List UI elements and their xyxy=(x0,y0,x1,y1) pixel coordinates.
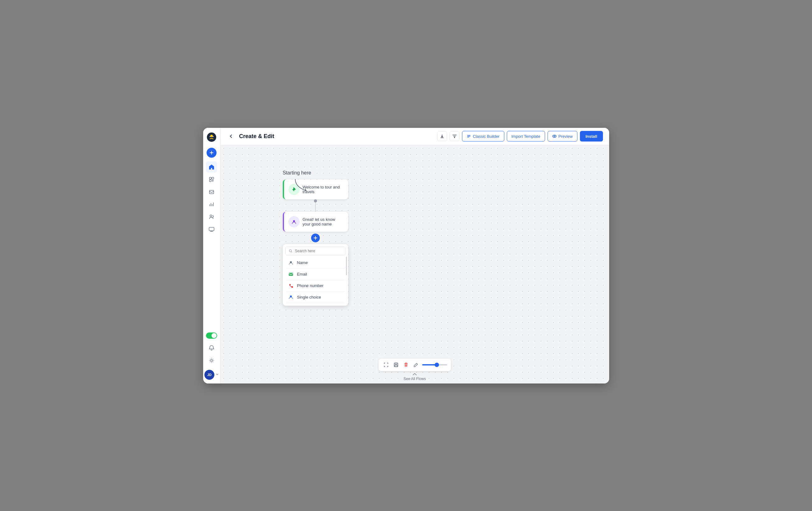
classic-builder-button[interactable]: Classic Builder xyxy=(462,131,504,142)
notification-icon[interactable] xyxy=(206,342,217,354)
svg-point-8 xyxy=(210,215,212,217)
node-type-dropdown: Name Email xyxy=(283,244,348,306)
sidebar-item-contacts[interactable] xyxy=(206,211,217,222)
bottom-toolbar xyxy=(379,359,451,371)
add-button[interactable] xyxy=(207,148,216,158)
svg-point-15 xyxy=(289,249,291,251)
arrow-curve xyxy=(292,178,311,193)
add-node-button[interactable] xyxy=(311,234,320,242)
flow-container: Starting here Welcome to tour and travel xyxy=(283,170,348,306)
svg-point-1 xyxy=(210,135,213,137)
logo xyxy=(206,131,217,143)
preview-button[interactable]: Preview xyxy=(548,131,577,142)
svg-point-16 xyxy=(290,261,292,263)
svg-point-13 xyxy=(554,136,555,137)
save-button[interactable] xyxy=(392,361,400,368)
menu-item-name-label: Name xyxy=(297,260,308,265)
import-template-button[interactable]: Import Template xyxy=(507,131,545,142)
back-button[interactable] xyxy=(227,132,235,141)
delete-button[interactable] xyxy=(402,361,410,368)
menu-item-name[interactable]: Name xyxy=(285,257,346,269)
name-icon xyxy=(288,260,294,266)
main-content: Create & Edit xyxy=(221,128,609,384)
user-menu[interactable]: JD xyxy=(204,368,219,380)
svg-point-11 xyxy=(454,137,455,138)
menu-item-phone-label: Phone number xyxy=(297,283,324,288)
node-name-icon xyxy=(288,216,299,227)
email-icon xyxy=(288,271,294,277)
svg-point-12 xyxy=(553,135,556,138)
page-title: Create & Edit xyxy=(239,133,433,140)
svg-rect-6 xyxy=(209,180,211,182)
header-actions: Classic Builder Import Template Preview … xyxy=(437,131,603,142)
svg-point-14 xyxy=(293,220,295,222)
starting-here-label: Starting here xyxy=(283,170,348,176)
sidebar-item-inbox[interactable] xyxy=(206,186,217,198)
svg-rect-7 xyxy=(209,190,214,194)
svg-point-3 xyxy=(212,136,214,137)
menu-item-email-label: Email xyxy=(297,272,308,276)
menu-item-single-choice[interactable]: Single choice xyxy=(285,292,346,303)
sidebar-item-flows[interactable] xyxy=(206,174,217,185)
filter-button[interactable] xyxy=(450,131,460,141)
fullscreen-button[interactable] xyxy=(382,361,390,368)
sidebar-item-analytics[interactable] xyxy=(206,199,217,210)
menu-item-single-choice-label: Single choice xyxy=(297,295,321,300)
svg-point-2 xyxy=(209,136,211,137)
search-box[interactable] xyxy=(285,247,346,256)
scroll-indicator xyxy=(346,257,347,275)
menu-item-email[interactable]: Email xyxy=(285,269,346,280)
svg-rect-9 xyxy=(209,227,214,231)
menu-item-phone[interactable]: Phone number xyxy=(285,280,346,292)
sidebar-item-desktop[interactable] xyxy=(206,223,217,235)
header: Create & Edit xyxy=(221,128,609,145)
see-all-flows[interactable]: See All Flows xyxy=(404,373,426,381)
canvas: Starting here Welcome to tour and travel xyxy=(221,145,609,384)
node-name-text: Great! let us know your good name xyxy=(303,217,344,227)
connector-line-1 xyxy=(315,203,316,212)
single-choice-icon xyxy=(288,294,294,300)
zoom-slider[interactable] xyxy=(422,364,447,365)
phone-icon xyxy=(288,283,294,289)
node-name[interactable]: Great! let us know your good name xyxy=(283,212,348,232)
edit-button[interactable] xyxy=(412,361,420,368)
sidebar-item-home[interactable] xyxy=(206,161,217,173)
install-button[interactable]: Install xyxy=(580,131,603,142)
svg-point-18 xyxy=(290,296,292,297)
download-button[interactable] xyxy=(437,131,447,141)
settings-icon[interactable] xyxy=(206,355,217,366)
search-input[interactable] xyxy=(295,249,342,253)
search-icon xyxy=(289,249,292,253)
svg-rect-21 xyxy=(395,365,397,367)
svg-rect-17 xyxy=(289,273,293,276)
svg-rect-20 xyxy=(395,363,397,364)
sidebar: JD xyxy=(203,128,221,384)
svg-rect-4 xyxy=(209,177,211,179)
toggle-switch[interactable] xyxy=(206,332,217,339)
svg-point-10 xyxy=(211,360,212,361)
avatar[interactable]: JD xyxy=(204,370,214,380)
svg-rect-5 xyxy=(212,177,214,179)
connector-dot-1 xyxy=(314,199,317,203)
